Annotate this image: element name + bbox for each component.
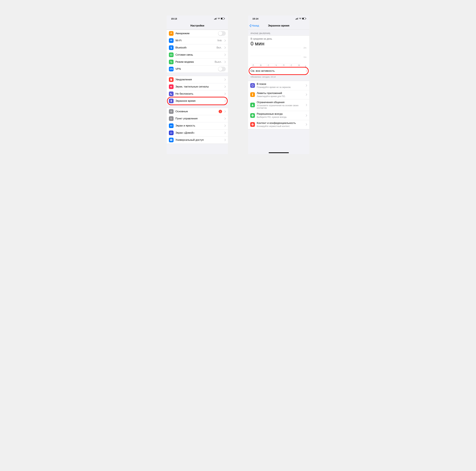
row-label: Режим модема	[175, 60, 213, 64]
airplane-icon	[169, 31, 173, 36]
back-button[interactable]: Назад	[249, 24, 259, 27]
svg-rect-23	[171, 133, 171, 134]
feature-title: Лимиты приложений	[257, 92, 304, 95]
settings-row-bluetooth[interactable]: BluetoothВкл.	[167, 44, 228, 51]
svg-rect-17	[171, 132, 171, 132]
settings-row-cellular[interactable]: Сотовая связь	[167, 51, 228, 58]
feature-row-downtime[interactable]: В покоеПланируйте время не за экраном.	[248, 81, 309, 90]
status-bar: 15:13	[167, 16, 228, 22]
svg-rect-2	[216, 18, 216, 19]
row-value: Выкл.	[215, 60, 222, 64]
chart-ylabel-mid: 1 ч	[304, 56, 306, 58]
settings-row-control[interactable]: Пункт управления	[167, 115, 228, 122]
settings-list[interactable]: АвиарежимWi-FifmkBluetoothВкл.Сотовая св…	[167, 30, 228, 154]
svg-rect-32	[303, 18, 304, 19]
settings-row-hotspot[interactable]: Режим модемаВыкл.	[167, 58, 228, 65]
status-bar: 15:14	[248, 16, 309, 22]
settings-row-home[interactable]: Экран «Домой»	[167, 129, 228, 136]
limits-icon	[250, 92, 255, 97]
privacy-icon	[250, 122, 255, 127]
svg-rect-28	[296, 18, 297, 19]
screentime-icon	[169, 99, 173, 103]
settings-row-dnd[interactable]: Не беспокоить	[167, 90, 228, 97]
feature-row-commlimits[interactable]: Ограничения общенияУстановите ограничени…	[248, 99, 309, 111]
chart-day-label: В	[259, 64, 262, 66]
settings-row-wifi[interactable]: Wi-Fifmk	[167, 37, 228, 44]
settings-row-airplane[interactable]: Авиарежим	[167, 30, 228, 37]
chevron-right-icon	[306, 70, 307, 72]
chevron-right-icon	[224, 93, 226, 95]
settings-row-general[interactable]: Основные1	[167, 108, 228, 115]
row-label: Основные	[175, 110, 217, 113]
chevron-right-icon	[306, 114, 307, 117]
svg-rect-21	[172, 133, 172, 133]
feature-subtitle: Выберите ПО, нужное всегда.	[257, 116, 304, 118]
row-label: Уведомления	[175, 78, 223, 81]
feature-title: Ограничения общения	[257, 101, 304, 104]
chevron-right-icon	[224, 100, 226, 102]
svg-rect-20	[171, 133, 171, 133]
feature-row-limits[interactable]: Лимиты приложенийЛимитируйте время для П…	[248, 90, 309, 99]
status-time: 15:13	[171, 17, 177, 20]
feature-subtitle: Планируйте время не за экраном.	[257, 86, 304, 89]
feature-row-allowed[interactable]: Разрешенные всегдаВыберите ПО, нужное вс…	[248, 111, 309, 120]
sounds-icon	[169, 84, 173, 89]
chevron-right-icon	[224, 79, 226, 81]
device-header: IPHONE (ВАЛЕРИЯ)	[248, 30, 309, 35]
svg-rect-22	[170, 133, 170, 134]
accessibility-icon	[169, 138, 173, 142]
toggle[interactable]	[218, 31, 226, 36]
settings-row-sounds[interactable]: Звуки, тактильные сигналы	[167, 83, 228, 90]
hotspot-icon	[169, 60, 173, 64]
chevron-right-icon	[224, 61, 226, 63]
chart-day-label: П	[282, 64, 285, 66]
feature-title: Разрешенные всегда	[257, 113, 304, 115]
svg-rect-1	[215, 18, 215, 19]
downtime-icon	[250, 83, 255, 88]
chevron-right-icon	[224, 139, 226, 141]
avg-per-day-label: В среднем за день	[251, 37, 307, 40]
feature-text: Контент и конфиденциальностьБлокируйте н…	[257, 122, 304, 128]
back-label: Назад	[252, 24, 259, 27]
chevron-right-icon	[224, 39, 226, 42]
svg-rect-27	[295, 19, 296, 19]
row-label: Пункт управления	[175, 117, 223, 120]
settings-row-vpn[interactable]: VPNVPN	[167, 65, 228, 73]
row-label: Экранное время	[175, 99, 223, 102]
chart-ylabel-top: 2 ч	[304, 47, 306, 49]
row-value: fmk	[218, 39, 222, 42]
settings-row-display[interactable]: AAЭкран и яркость	[167, 122, 228, 129]
screentime-summary-card: В среднем за день 0 мин 2 ч 1 ч 0 ПВСЧПС…	[248, 35, 309, 75]
svg-rect-3	[217, 18, 217, 19]
phone-settings: 15:13 Настройки АвиарежимWi-FifmkBluetoo…	[167, 16, 228, 154]
status-indicators	[295, 18, 306, 19]
chevron-right-icon	[306, 84, 307, 87]
screentime-content[interactable]: IPHONE (ВАЛЕРИЯ) В среднем за день 0 мин…	[248, 30, 309, 154]
feature-row-privacy[interactable]: Контент и конфиденциальностьБлокируйте н…	[248, 120, 309, 129]
commlimits-icon	[250, 103, 255, 107]
feature-subtitle: Блокируйте неуместный контент.	[257, 125, 304, 128]
updated-footer: Обновлено: сегодня, 15:14	[248, 75, 309, 78]
svg-point-7	[170, 61, 171, 62]
toggle[interactable]	[218, 67, 226, 71]
nav-bar: Назад Экранное время	[248, 22, 309, 30]
row-label: Экран и яркость	[175, 124, 223, 127]
chart-day-label: С	[267, 64, 269, 66]
settings-row-accessibility[interactable]: Универсальный доступ	[167, 136, 228, 144]
svg-rect-18	[172, 132, 172, 132]
svg-rect-19	[170, 133, 170, 133]
chevron-right-icon	[306, 104, 307, 106]
cellular-icon	[169, 52, 173, 57]
dnd-icon	[169, 92, 173, 96]
wifi-icon	[169, 38, 173, 43]
feature-subtitle: Лимитируйте время для ПО.	[257, 95, 304, 98]
chart-day-label: П	[252, 64, 254, 66]
home-indicator[interactable]	[269, 152, 289, 153]
svg-point-36	[252, 104, 253, 105]
settings-row-screentime[interactable]: Экранное время	[167, 97, 228, 104]
chevron-right-icon	[224, 117, 226, 120]
chevron-right-icon	[306, 123, 307, 126]
settings-row-notifications[interactable]: Уведомления	[167, 76, 228, 83]
feature-text: Ограничения общенияУстановите ограничени…	[257, 101, 304, 110]
see-all-activity-row[interactable]: См. всю активность	[248, 67, 309, 75]
